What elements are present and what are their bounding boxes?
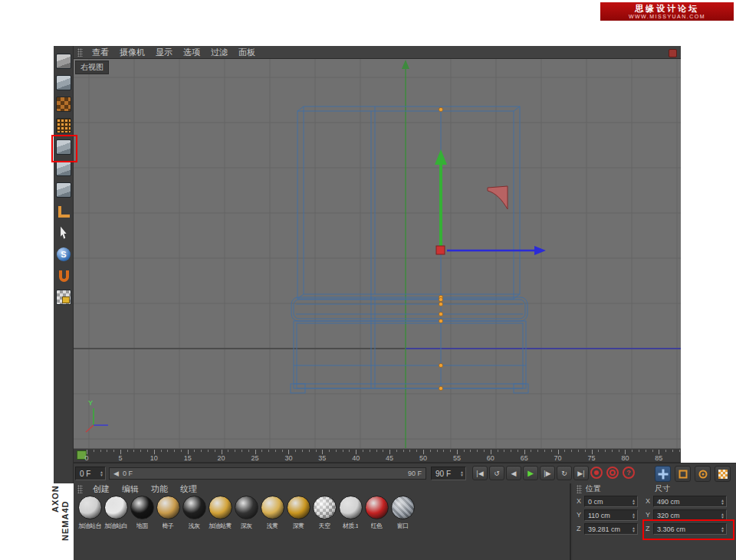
ruler-tick xyxy=(370,450,370,452)
material-sphere[interactable] xyxy=(104,496,128,519)
palette-grip[interactable] xyxy=(577,485,582,493)
tool-viewport-solo[interactable] xyxy=(54,222,74,244)
material-item[interactable]: 天空 xyxy=(311,496,337,530)
view-label: 右视图 xyxy=(75,61,109,74)
material-item[interactable]: 加油站白 xyxy=(103,496,129,530)
current-frame-field[interactable]: 0 F ▲▼ xyxy=(75,467,106,480)
workplane-mode-icon xyxy=(56,118,71,133)
next-frame-button[interactable]: |▶ xyxy=(540,466,555,480)
field-stepper[interactable]: ▲▼ xyxy=(632,526,636,532)
loop-button[interactable]: ↻ xyxy=(557,466,572,480)
material-sphere[interactable] xyxy=(287,496,310,519)
texture-mode-icon xyxy=(56,97,71,112)
material-menu-item-0[interactable]: 创建 xyxy=(87,483,116,495)
tool-sds-weight[interactable]: S xyxy=(54,244,74,265)
material-sphere[interactable] xyxy=(391,496,415,519)
play-forwards-button[interactable]: ▶ xyxy=(523,466,538,480)
position-z-field[interactable]: 39.281 cm▲▼ xyxy=(584,523,638,535)
material-sphere[interactable] xyxy=(339,496,363,519)
keyframe-options-button[interactable]: ? xyxy=(623,467,635,479)
material-item[interactable]: 加油站台 xyxy=(77,496,103,530)
tool-workplane-mode[interactable] xyxy=(54,115,74,136)
ruler-tick xyxy=(477,450,478,452)
material-sphere[interactable] xyxy=(261,496,284,519)
material-item[interactable]: 椅子 xyxy=(155,496,181,530)
ruler-tick xyxy=(140,450,141,452)
field-stepper[interactable]: ▲▼ xyxy=(632,499,636,505)
end-frame-field[interactable]: 90 F ▲▼ xyxy=(431,467,466,480)
go-to-end-button[interactable]: ▶| xyxy=(573,466,589,480)
viewport-menu-item-0[interactable]: 查看 xyxy=(87,47,114,58)
material-sphere[interactable] xyxy=(209,496,232,519)
ruler-tick xyxy=(605,450,606,452)
tool-axis-mode[interactable] xyxy=(54,201,74,222)
record-keyframe-button[interactable] xyxy=(590,467,603,479)
tool-polygons-mode[interactable] xyxy=(54,179,74,201)
move-center-handle[interactable] xyxy=(436,246,445,254)
material-sphere[interactable] xyxy=(156,496,180,519)
field-stepper[interactable]: ▲▼ xyxy=(721,499,724,505)
material-item[interactable]: 深黄 xyxy=(285,496,311,530)
material-item[interactable]: 地面 xyxy=(129,496,155,530)
size-x-field[interactable]: 490 cm▲▼ xyxy=(653,496,727,507)
material-sphere[interactable] xyxy=(130,496,154,519)
position-x-field[interactable]: 0 cm▲▼ xyxy=(584,496,638,507)
viewport-canvas[interactable]: Y 右视图 xyxy=(74,59,681,448)
material-sphere[interactable] xyxy=(313,496,337,519)
previous-frame-button[interactable]: ◀ xyxy=(506,466,521,480)
tool-texture-mode[interactable] xyxy=(54,93,74,115)
autokey-button[interactable] xyxy=(606,467,619,479)
rotation-band-annotation xyxy=(488,186,508,209)
tool-snap[interactable] xyxy=(54,265,74,287)
preview-range-bar[interactable]: ◀ 0 F 90 F xyxy=(109,467,426,480)
target-snap-button[interactable] xyxy=(695,466,711,482)
ruler-tick xyxy=(450,450,451,452)
material-item[interactable]: 深灰 xyxy=(233,496,259,530)
field-stepper[interactable]: ▲▼ xyxy=(460,470,464,476)
material-sphere[interactable] xyxy=(365,496,389,519)
field-stepper[interactable]: ▲▼ xyxy=(632,513,636,519)
position-x-field-value: 0 cm xyxy=(588,498,603,506)
material-item[interactable]: 材质.1 xyxy=(337,496,363,530)
material-item[interactable]: 加油站黄 xyxy=(207,496,233,530)
material-item[interactable]: 窗口 xyxy=(389,496,416,530)
frame-selection-button[interactable] xyxy=(675,466,691,482)
material-menu-item-2[interactable]: 功能 xyxy=(145,483,174,495)
y-axis-arrowhead[interactable] xyxy=(435,149,447,165)
material-item[interactable]: 浅黄 xyxy=(259,496,285,530)
viewport-menu-item-1[interactable]: 摄像机 xyxy=(114,47,150,58)
material-menu-item-1[interactable]: 编辑 xyxy=(116,483,145,495)
record-buttons: ? xyxy=(590,467,635,479)
maxon-logo-text: AXON xyxy=(51,486,60,513)
tool-make-editable[interactable] xyxy=(54,51,74,72)
field-stepper[interactable]: ▲▼ xyxy=(100,470,104,476)
material-item[interactable]: 浅灰 xyxy=(181,496,207,530)
frame-number: 40 xyxy=(352,454,360,462)
timeline-ruler[interactable]: 0510152025303540455055606570758085 xyxy=(74,448,681,463)
viewport-menu-item-2[interactable]: 显示 xyxy=(150,47,178,58)
material-menu-item-3[interactable]: 纹理 xyxy=(174,483,203,495)
palette-grip[interactable] xyxy=(77,485,83,493)
field-stepper[interactable]: ▲▼ xyxy=(721,513,724,519)
z-axis-arrowhead[interactable] xyxy=(534,246,546,255)
range-left-arrow-icon[interactable]: ◀ xyxy=(113,470,119,477)
viewport-panel-icon[interactable] xyxy=(669,49,677,57)
frame-number: 80 xyxy=(621,454,629,462)
position-y-field[interactable]: 110 cm▲▼ xyxy=(584,509,638,521)
move-axes-button[interactable] xyxy=(655,466,671,482)
material-item[interactable]: 红色 xyxy=(363,496,389,530)
viewport-menu-item-4[interactable]: 过滤 xyxy=(205,47,233,58)
play-backwards-button[interactable]: ↺ xyxy=(489,466,504,480)
tool-workplane-lock[interactable] xyxy=(54,287,74,308)
material-sphere[interactable] xyxy=(78,496,102,519)
palette-grip[interactable] xyxy=(77,48,83,57)
material-sphere[interactable] xyxy=(182,496,206,519)
viewport-menu-item-3[interactable]: 选项 xyxy=(178,47,205,58)
ruler-tick xyxy=(416,450,417,452)
tool-model-mode[interactable] xyxy=(54,72,74,93)
material-sphere[interactable] xyxy=(235,496,258,519)
viewport-menu-item-5[interactable]: 面板 xyxy=(233,47,261,58)
go-to-start-button[interactable]: |◀ xyxy=(472,466,488,480)
grid-snap-button[interactable] xyxy=(715,466,731,482)
ruler-tick xyxy=(578,450,579,452)
